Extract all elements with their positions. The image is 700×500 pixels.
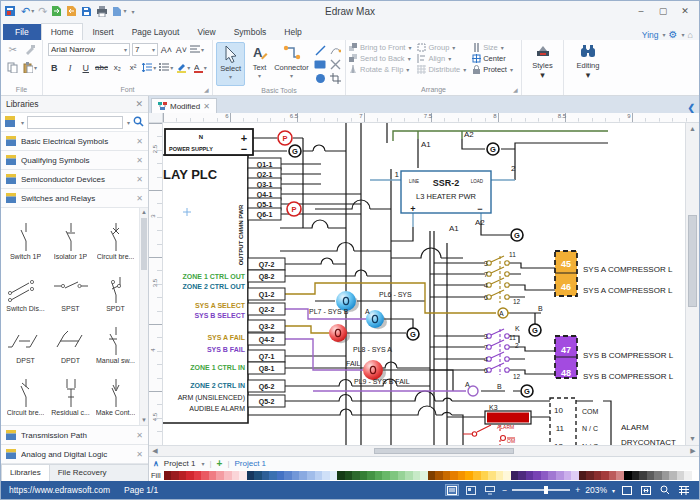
palette-swatch[interactable] (647, 471, 655, 480)
palette-swatch[interactable] (669, 471, 677, 480)
library-item[interactable]: Qualifying Symbols✕ (1, 151, 148, 170)
fit-window-icon[interactable] (639, 484, 653, 496)
add-page-button[interactable]: + (217, 458, 223, 469)
pan-pages-icon[interactable] (677, 484, 691, 496)
palette-swatch[interactable] (639, 471, 647, 480)
palette-swatch[interactable] (677, 471, 685, 480)
scroll-left-icon[interactable]: ◀ (149, 446, 161, 456)
symbol-cell[interactable]: Switch 1P (3, 210, 48, 262)
palette-swatch[interactable] (390, 471, 398, 480)
grow-font-button[interactable]: A˄ (160, 45, 173, 55)
zoom-in-button[interactable]: + (575, 485, 580, 495)
document-tab-modified[interactable]: Modified ✕ (151, 98, 217, 113)
drawing-canvas[interactable]: Q1-1Q2-1Q3-1Q4-1Q5-1Q6-1Q7-2Q8-2Q1-2Q2-2… (163, 123, 685, 445)
palette-swatch[interactable] (330, 471, 338, 480)
palette-swatch[interactable] (216, 471, 224, 480)
palette-swatch[interactable] (247, 471, 255, 480)
palette-swatch[interactable] (284, 471, 292, 480)
font-size-select[interactable]: 7▾ (132, 43, 158, 56)
palette-swatch[interactable] (496, 471, 504, 480)
palette-swatch[interactable] (315, 471, 323, 480)
palette-swatch[interactable] (579, 471, 587, 480)
palette-swatch[interactable] (450, 471, 458, 480)
symbol-cell[interactable]: Residual c... (48, 366, 93, 418)
palette-swatch[interactable] (465, 471, 473, 480)
palette-swatch[interactable] (194, 471, 202, 480)
symbol-cell[interactable]: DPST (3, 314, 48, 366)
collapse-panel-icon[interactable]: ❮ (687, 103, 699, 113)
library-close-icon[interactable]: ✕ (136, 156, 143, 165)
export-button[interactable] (66, 5, 77, 17)
cut-icon[interactable]: ✂ (6, 43, 20, 56)
palette-swatch[interactable] (375, 471, 383, 480)
palette-swatch[interactable] (526, 471, 534, 480)
view-presentation-icon[interactable] (483, 484, 497, 496)
tab-file[interactable]: File (3, 24, 41, 40)
zoom-slider-thumb[interactable] (544, 486, 548, 494)
select-tool-button[interactable]: Select▾ (216, 42, 245, 86)
subscript-button[interactable]: x₂ (111, 63, 124, 72)
k3-relay-coil[interactable] (487, 413, 529, 423)
zoom-level[interactable]: 203% (585, 485, 607, 495)
share-button[interactable]: ▾ (112, 6, 126, 17)
library-picker-icon[interactable] (5, 116, 17, 129)
rectangle-tool-icon[interactable] (313, 58, 327, 71)
palette-swatch[interactable] (609, 471, 617, 480)
palette-swatch[interactable] (186, 471, 194, 480)
libraries-close-icon[interactable]: ✕ (135, 99, 143, 109)
bold-button[interactable]: B (48, 63, 61, 73)
symbol-cell[interactable]: DPDT (48, 314, 93, 366)
palette-swatch[interactable] (662, 471, 670, 480)
library-item[interactable]: Analog and Digital Logic✕ (1, 445, 148, 464)
symbol-cell[interactable]: Circuit bre... (3, 366, 48, 418)
tab-insert[interactable]: Insert (83, 24, 122, 40)
symbols-scrollbar[interactable]: ▲ ▼ (139, 208, 148, 425)
send-to-back-button[interactable]: Send to Back▾ (349, 54, 411, 63)
palette-swatch[interactable] (201, 471, 209, 480)
close-button[interactable]: ✕ (675, 4, 695, 18)
tab-symbols[interactable]: Symbols (225, 24, 276, 40)
palette-swatch[interactable] (307, 471, 315, 480)
save-button[interactable] (81, 6, 92, 17)
zoom-slider[interactable] (512, 489, 570, 491)
palette-swatch[interactable] (435, 471, 443, 480)
sidebar-tab-libraries[interactable]: Libraries (1, 465, 50, 481)
palette-swatch[interactable] (692, 471, 699, 480)
library-item[interactable]: Basic Electrical Symbols✕ (1, 132, 148, 151)
palette-swatch[interactable] (277, 471, 285, 480)
palette-swatch[interactable] (594, 471, 602, 480)
palette-swatch[interactable] (518, 471, 526, 480)
superscript-button[interactable]: x² (127, 63, 140, 72)
library-close-icon[interactable]: ✕ (136, 137, 143, 146)
palette-swatch[interactable] (345, 471, 353, 480)
palette-swatch[interactable] (322, 471, 330, 480)
curve-tool-icon[interactable] (328, 44, 342, 57)
sys-a-contacts[interactable] (487, 256, 510, 303)
library-close-icon[interactable]: ✕ (136, 431, 143, 440)
palette-swatch[interactable] (224, 471, 232, 480)
tab-help[interactable]: Help (275, 24, 310, 40)
palette-swatch[interactable] (488, 471, 496, 480)
palette-swatch[interactable] (254, 471, 262, 480)
palette-swatch[interactable] (654, 471, 662, 480)
sys-b-contacts[interactable] (487, 329, 510, 375)
view-page-icon[interactable] (464, 484, 478, 496)
scroll-up-icon[interactable]: ▲ (686, 123, 699, 135)
rotate-flip-button[interactable]: Rotate & Flip▾ (349, 65, 411, 74)
bullet-list-icon[interactable]: ▾ (159, 61, 173, 74)
palette-swatch[interactable] (232, 471, 240, 480)
palette-swatch[interactable] (292, 471, 300, 480)
editing-button[interactable]: Editing▾ (567, 42, 609, 80)
symbol-cell[interactable]: Switch Dis... (3, 262, 48, 314)
palette-swatch[interactable] (458, 471, 466, 480)
palette-swatch[interactable] (405, 471, 413, 480)
chevron-up-icon[interactable]: ∧ (153, 459, 159, 468)
palette-swatch[interactable] (360, 471, 368, 480)
minimize-button[interactable]: – (631, 4, 651, 18)
palette-swatch[interactable] (299, 471, 307, 480)
sidebar-tab-file-recovery[interactable]: File Recovery (50, 465, 115, 481)
align-text-icon[interactable]: ▾ (190, 43, 204, 56)
italic-button[interactable]: I (64, 63, 77, 73)
palette-swatch[interactable] (541, 471, 549, 480)
palette-swatch[interactable] (428, 471, 436, 480)
